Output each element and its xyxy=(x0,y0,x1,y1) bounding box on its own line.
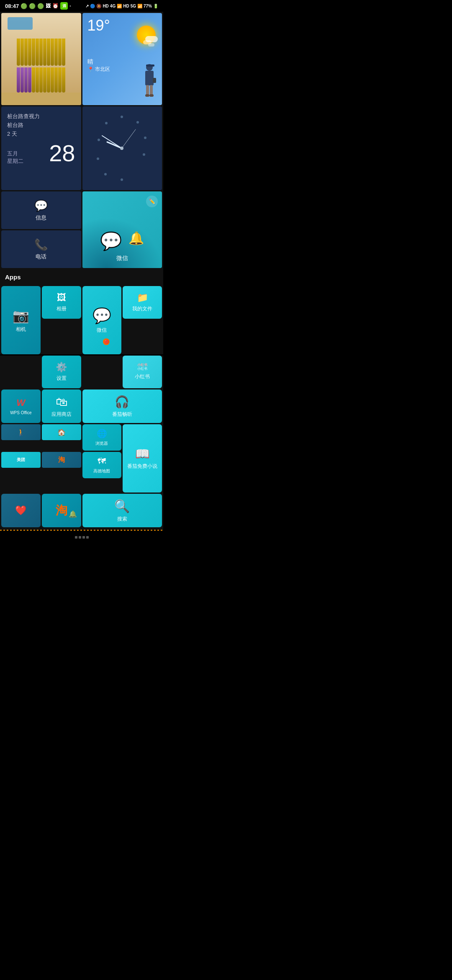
house-icon: 🏠 xyxy=(57,428,66,436)
svg-rect-3 xyxy=(146,85,149,95)
album-icon: 🖼 xyxy=(57,292,66,303)
memo-month: 五月 xyxy=(7,150,23,157)
taobao-bell: 🔔 xyxy=(69,510,77,518)
battery-percent: 77% xyxy=(144,4,152,8)
memo-day: 28 xyxy=(49,142,75,165)
person-figure xyxy=(141,63,158,101)
signal-icon: ↗ xyxy=(85,4,89,8)
location-pin-icon: 📍 xyxy=(87,67,94,72)
apps-title: Apps xyxy=(5,273,21,281)
taobao-app-icon: 淘 xyxy=(56,503,67,518)
taobao-icon: 淘 xyxy=(58,456,65,464)
svg-rect-5 xyxy=(145,94,149,97)
memo-line2: 桩台路 xyxy=(7,121,75,130)
wechat-app-label: 微信 xyxy=(97,327,107,334)
amap-label: 高德地图 xyxy=(93,468,110,474)
meituan-app[interactable]: 美团 xyxy=(1,452,41,468)
analog-clock xyxy=(90,106,154,190)
5g-label: 5G xyxy=(131,4,136,8)
4g-label: 4G xyxy=(110,4,116,8)
phone-label: 电话 xyxy=(36,253,46,260)
fangqie-novel-label: 番茄免费小说 xyxy=(127,463,157,470)
album-label: 相册 xyxy=(56,305,67,312)
apps-section-header: Apps xyxy=(0,269,163,285)
wps-label: WPS Office xyxy=(10,410,32,415)
wechat-large-label: 微信 xyxy=(116,255,128,262)
heart-icon: ❤️ xyxy=(15,505,26,516)
status-right: ↗ 🔵 🔕 HD 4G 📶 HD 5G 📶 77% 🔋 xyxy=(85,4,158,8)
camera-app[interactable]: 📷 相机 xyxy=(1,286,41,354)
camera-label: 相机 xyxy=(16,326,26,333)
clock-widget[interactable] xyxy=(82,106,162,190)
browser-app[interactable]: 🌐 浏览器 xyxy=(82,424,122,451)
appstore-label: 应用商店 xyxy=(51,411,72,418)
status-bar: 08:47 🟢 🟢 🟢 🖼 ⏰ 酒 • ↗ 🔵 🔕 HD 4G 📶 HD 5G … xyxy=(0,0,163,12)
svg-point-16 xyxy=(98,139,100,141)
search-icon: 🔍 xyxy=(114,499,130,513)
house-icon-tile[interactable]: 🏠 xyxy=(42,424,81,440)
memo-widget[interactable]: 桩台路查视力 桩台路 2 天 五月 星期二 28 xyxy=(1,106,81,190)
wechat-app-icon: 💬 xyxy=(92,307,111,325)
svg-point-13 xyxy=(121,178,123,181)
notification-badge: 🔴 xyxy=(103,338,110,345)
svg-point-11 xyxy=(144,137,146,139)
settings-label: 设置 xyxy=(56,375,67,382)
phone-icon: 📞 xyxy=(34,238,48,251)
amap-app[interactable]: 🗺 高德地图 xyxy=(82,452,122,478)
fangqie-novel-icon: 📖 xyxy=(135,447,150,461)
messages-widget[interactable]: 💬 信息 xyxy=(1,191,81,229)
taobao-app[interactable]: 淘 xyxy=(42,452,81,468)
appstore-icon: 🛍 xyxy=(56,395,67,409)
svg-point-21 xyxy=(120,147,123,150)
heart-tile[interactable]: ❤️ xyxy=(1,494,41,527)
messages-icon: 💬 xyxy=(34,199,48,212)
meituan-icon: 美团 xyxy=(17,457,25,463)
svg-rect-7 xyxy=(153,78,156,83)
files-label: 我的文件 xyxy=(132,305,152,312)
person-icon: 🚶 xyxy=(17,428,25,436)
duolingo-icon: 酒 xyxy=(60,2,68,10)
appstore-app[interactable]: 🛍 应用商店 xyxy=(42,389,81,423)
svg-rect-6 xyxy=(149,94,154,97)
my-files-app[interactable]: 📁 我的文件 xyxy=(123,286,162,319)
weather-widget[interactable]: 19° 晴 📍 市北区 xyxy=(82,13,162,105)
wechat-logo-large: 💬 xyxy=(100,231,122,251)
files-icon: 📁 xyxy=(137,292,148,303)
camera-icon: 📷 xyxy=(13,308,29,324)
mute-icon: 🔕 xyxy=(96,4,101,8)
xiaohongshu-icon: 小红书 小红书 xyxy=(137,364,147,371)
person-icon-tile[interactable]: 🚶 xyxy=(1,424,41,440)
taobao-large-app[interactable]: 淘 🔔 xyxy=(42,494,81,527)
fangqie-novel-app[interactable]: 📖 番茄免费小说 xyxy=(123,424,162,493)
album-app[interactable]: 🖼 相册 xyxy=(42,286,81,319)
battery-icon: 🔋 xyxy=(153,4,158,8)
messages-label: 信息 xyxy=(36,214,46,222)
browser-label: 浏览器 xyxy=(95,441,108,446)
svg-point-17 xyxy=(105,122,108,124)
svg-point-12 xyxy=(143,153,145,156)
memo-line1: 桩台路查视力 xyxy=(7,112,75,121)
hd2-label: HD xyxy=(123,4,129,8)
wechat-large-widget[interactable]: ✏️ 💬 🔔 微信 xyxy=(82,191,162,268)
svg-rect-2 xyxy=(145,71,154,85)
hd1-label: HD xyxy=(103,4,108,8)
fangqie-app[interactable]: 🎧 番茄畅听 xyxy=(82,389,162,423)
status-time: 08:47 xyxy=(5,3,19,9)
search-app[interactable]: 🔍 搜索 xyxy=(82,494,162,527)
fangqie-listen-icon: 🎧 xyxy=(115,395,129,409)
settings-app[interactable]: ⚙️ 设置 xyxy=(42,356,81,388)
wps-icon: W xyxy=(16,397,25,408)
wps-app[interactable]: W WPS Office xyxy=(1,389,41,423)
svg-point-10 xyxy=(136,121,139,124)
bell-icon-large: 🔔 xyxy=(128,231,144,251)
svg-point-14 xyxy=(104,173,107,175)
search-label: 搜索 xyxy=(117,516,127,523)
navigation-bar xyxy=(0,530,163,545)
memo-line3: 2 天 xyxy=(7,130,75,139)
xiaohongshu-app[interactable]: 小红书 小红书 小红书 xyxy=(123,356,162,388)
svg-point-9 xyxy=(121,116,123,118)
edit-button[interactable]: ✏️ xyxy=(146,196,158,207)
phone-widget[interactable]: 📞 电话 xyxy=(1,230,81,268)
wechat-app[interactable]: 💬 🔴 微信 xyxy=(82,286,122,354)
status-left: 08:47 🟢 🟢 🟢 🖼 ⏰ 酒 • xyxy=(5,2,71,10)
